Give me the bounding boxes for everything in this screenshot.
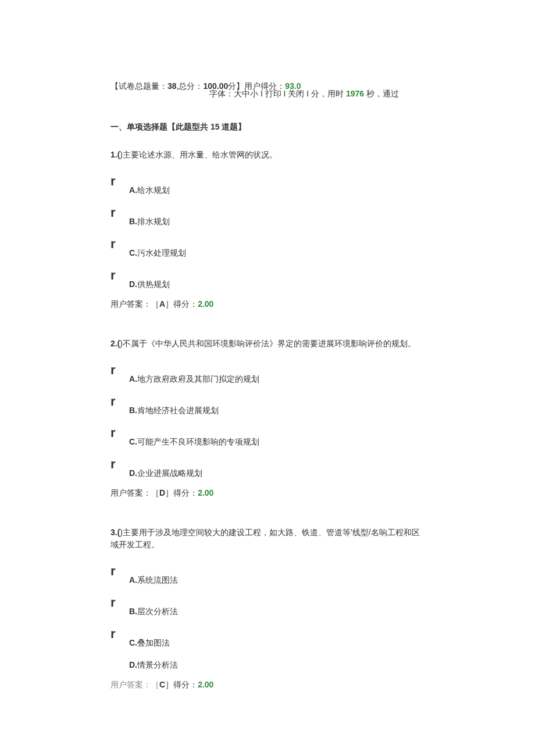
opt-text: 地方政府政府及其部门拟定的规划 — [137, 374, 259, 384]
opt-label: C. — [129, 248, 137, 257]
meta-line2-suffix: 秒，通过 — [364, 89, 399, 98]
q3-option-a[interactable]: r A.系统流图法 — [110, 566, 422, 586]
opt-label: C. — [129, 437, 137, 446]
opt-label: C. — [129, 638, 137, 647]
ans-mid: ］得分： — [165, 488, 198, 497]
ans-score: 2.00 — [198, 488, 213, 497]
q2-option-c[interactable]: r C.可能产生不良环境影响的专项规划 — [110, 428, 422, 447]
ans-prefix: 用户答案：［ — [110, 488, 159, 497]
q1-option-d[interactable]: r D.供热规划 — [110, 270, 422, 290]
radio-icon: r — [110, 427, 129, 439]
opt-text: 层次分析法 — [137, 607, 178, 616]
ans-mid: ］得分： — [165, 299, 198, 309]
total-questions: 38 — [167, 81, 177, 91]
opt-label: D. — [129, 660, 137, 669]
ans-prefix: 用户答案：［ — [110, 299, 159, 309]
q1-option-a[interactable]: r A.给水规划 — [110, 176, 422, 196]
ans-mid: ］得分： — [165, 680, 198, 689]
meta-line2-prefix: 字体：大中小 I 打印 I 关闭 I 分，用时 — [209, 89, 346, 98]
q3-text: )主要用于涉及地理空间较大的建设工程，如大路、铁道、管道等'线型/名响工程和区域… — [110, 528, 420, 549]
ans-key: D — [159, 488, 165, 497]
section-1-title: 一、单项选择题【此题型共 15 道题】 — [110, 122, 422, 132]
q2-option-a[interactable]: r A.地方政府政府及其部门拟定的规划 — [110, 365, 422, 385]
q3-option-b[interactable]: r B.层次分析法 — [110, 597, 422, 617]
opt-text: 排水规划 — [137, 217, 170, 226]
radio-icon: r — [110, 206, 129, 219]
radio-icon: r — [110, 269, 129, 282]
q2-text: )不属于《中华人民共和国环境影响评价法》界定的需要进展环境影响评价的规划。 — [120, 339, 416, 348]
ans-score: 2.00 — [198, 680, 213, 689]
q3-number: 3.( — [110, 528, 120, 537]
exam-result-page: 【试卷总题量：38,总分：100.00分】用户得分：93.0 字体：大中小 I … — [0, 0, 535, 756]
q1-number: 1.( — [110, 150, 120, 159]
opt-label: A. — [129, 575, 137, 585]
ans-score: 2.00 — [198, 299, 213, 309]
opt-text: 供热规划 — [137, 280, 170, 289]
q1-answer: 用户答案：［A］得分：2.00 — [110, 299, 422, 310]
q2-options: r A.地方政府政府及其部门拟定的规划 r B.肯地经济社会进展规划 r C.可… — [110, 365, 422, 479]
opt-label: D. — [129, 280, 137, 289]
opt-text: 肯地经济社会进展规划 — [137, 406, 219, 415]
elapsed-seconds: 1976 — [346, 89, 364, 98]
radio-icon: r — [110, 364, 129, 377]
opt-text: 污水处理规划 — [137, 248, 186, 257]
q2-stem: 2.()不属于《中华人民共和国环境影响评价法》界定的需要进展环境影响评价的规划。 — [110, 338, 422, 350]
opt-text: 给水规划 — [137, 185, 170, 195]
opt-label: A. — [129, 185, 137, 195]
opt-label: A. — [129, 374, 137, 384]
q1-text: )主要论述水源、用水量、给水管网的状况。 — [120, 150, 277, 159]
q3-option-c[interactable]: r C.叠加图法 — [110, 629, 422, 648]
ans-prefix: 用户答案：［ — [110, 680, 159, 689]
radio-icon: r — [110, 175, 129, 188]
opt-label: B. — [129, 406, 137, 415]
q2-answer: 用户答案：［D］得分：2.00 — [110, 488, 422, 499]
q3-stem: 3.()主要用于涉及地理空间较大的建设工程，如大路、铁道、管道等'线型/名响工程… — [110, 526, 422, 551]
meta-prefix: 【试卷总题量： — [110, 81, 167, 91]
q1-options: r A.给水规划 r B.排水规划 r C.污水处理规划 r D.供热规划 — [110, 176, 422, 290]
opt-text: 企业进展战略规划 — [137, 468, 202, 478]
q2-option-d[interactable]: r D.企业进展战略规划 — [110, 459, 422, 479]
q3-option-d[interactable]: D.情景分析法 — [110, 660, 422, 671]
radio-icon: r — [110, 458, 129, 471]
q2-number: 2.( — [110, 339, 120, 348]
meta-section: 【试卷总题量：38,总分：100.00分】用户得分：93.0 字体：大中小 I … — [110, 81, 422, 99]
opt-text: 叠加图法 — [137, 638, 170, 647]
opt-label: D. — [129, 468, 137, 478]
radio-icon: r — [110, 628, 129, 640]
q2-option-b[interactable]: r B.肯地经济社会进展规划 — [110, 396, 422, 416]
q1-option-b[interactable]: r B.排水规划 — [110, 207, 422, 227]
radio-icon: r — [110, 395, 129, 408]
opt-text: 系统流图法 — [137, 575, 178, 585]
q1-stem: 1.()主要论述水源、用水量、给水管网的状况。 — [110, 149, 422, 161]
opt-label: B. — [129, 217, 137, 226]
radio-icon: r — [110, 596, 129, 609]
ans-key: A — [159, 299, 165, 309]
q3-answer: 用户答案：［C］得分：2.00 — [110, 680, 422, 690]
ans-key: C — [159, 680, 165, 689]
radio-icon: r — [110, 565, 129, 578]
opt-label: B. — [129, 607, 137, 616]
q3-options: r A.系统流图法 r B.层次分析法 r C.叠加图法 D.情景分析法 — [110, 566, 422, 671]
q1-option-c[interactable]: r C.污水处理规划 — [110, 239, 422, 259]
opt-text: 情景分析法 — [137, 660, 178, 669]
meta-mid: ,总分： — [177, 81, 204, 91]
opt-text: 可能产生不良环境影响的专项规划 — [137, 437, 259, 446]
radio-icon: r — [110, 238, 129, 250]
